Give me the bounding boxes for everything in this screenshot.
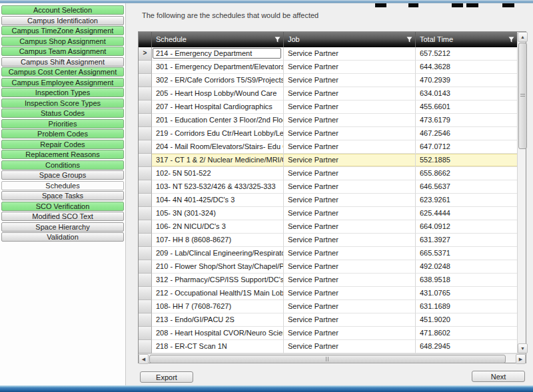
- table-row[interactable]: > 108- HH 7 (7608-7627) Service Partner …: [139, 300, 517, 313]
- sidebar-item-account-selection[interactable]: Account Selection: [1, 5, 124, 15]
- cell-job[interactable]: Service Partner: [284, 247, 416, 260]
- horizontal-scrollbar-thumb[interactable]: [149, 355, 506, 363]
- cell-schedule[interactable]: 209 - Lab/Clincal Engineering/Respirator…: [152, 247, 284, 260]
- sidebar-item-inspection-types[interactable]: Inspection Types: [1, 88, 124, 97]
- horizontal-scrollbar[interactable]: ◀ ▶: [139, 353, 526, 363]
- cell-schedule[interactable]: 219 - Corridors Edu Ctr/Heart Lobby/Lead: [152, 127, 284, 140]
- cell-total-time[interactable]: 665.5371: [416, 247, 517, 260]
- table-row[interactable]: > 312 - Pharmacy/CSP/ISS Support/DC's 4 …: [139, 274, 517, 287]
- cell-job[interactable]: Service Partner: [284, 74, 416, 87]
- cell-total-time[interactable]: 634.0143: [416, 87, 517, 100]
- column-header-total-time[interactable]: Total Time: [416, 32, 517, 47]
- table-row[interactable]: > 219 - Corridors Edu Ctr/Heart Lobby/Le…: [139, 127, 517, 140]
- cell-job[interactable]: Service Partner: [284, 220, 416, 234]
- row-selector[interactable]: >: [139, 287, 152, 300]
- sidebar-item-conditions[interactable]: Conditions: [1, 160, 124, 170]
- sidebar-item-campus-employee-assignment[interactable]: Campus Employee Assignment: [1, 78, 124, 87]
- row-selector[interactable]: >: [139, 260, 152, 274]
- cell-schedule[interactable]: 103- NT 523-532/426 & 433/325-333: [152, 180, 284, 194]
- cell-schedule[interactable]: 207 - Heart Hospital Cardiographics: [152, 100, 284, 114]
- row-selector[interactable]: >: [139, 220, 152, 234]
- filter-icon[interactable]: [274, 37, 280, 43]
- cell-schedule[interactable]: 105- 3N (301-324): [152, 207, 284, 220]
- cell-total-time[interactable]: 647.0712: [416, 140, 517, 154]
- sidebar-item-campus-team-assignment[interactable]: Campus Team Assignment: [1, 47, 124, 56]
- table-row[interactable]: > 213 - Endo/GI/PACU 2S Service Partner …: [139, 313, 517, 327]
- cell-job[interactable]: Service Partner: [284, 207, 416, 220]
- cell-job[interactable]: Service Partner: [284, 287, 416, 300]
- cell-total-time[interactable]: 455.6601: [416, 100, 517, 114]
- cell-schedule[interactable]: 208 - Heart Hospital CVOR/Neuro Science: [152, 327, 284, 340]
- sidebar-item-schedules[interactable]: Schedules: [1, 181, 124, 190]
- cell-schedule[interactable]: 317 - CT 1 & 2/ Nuclear Medicine/MRI/Cor…: [152, 154, 284, 167]
- row-selector[interactable]: >: [139, 74, 152, 87]
- sidebar-item-campus-shift-assignment[interactable]: Campus Shift Assignment: [1, 57, 124, 67]
- sidebar-item-campus-timezone-assignment[interactable]: Campus TimeZone Assignment: [1, 26, 124, 35]
- scroll-up-button[interactable]: ▲: [518, 32, 528, 42]
- cell-schedule[interactable]: 107- HH 8 (8608-8627): [152, 234, 284, 247]
- table-row[interactable]: > 302 - ER/Cafe Corridors T5/S9/Projects…: [139, 74, 517, 87]
- cell-total-time[interactable]: 655.8662: [416, 167, 517, 180]
- sidebar-item-campus-shop-assignment[interactable]: Campus Shop Assignment: [1, 37, 124, 46]
- table-row[interactable]: > 107- HH 8 (8608-8627) Service Partner …: [139, 234, 517, 247]
- cell-job[interactable]: Service Partner: [284, 154, 416, 167]
- row-selector[interactable]: >: [139, 87, 152, 100]
- export-button[interactable]: Export: [140, 371, 193, 383]
- cell-job[interactable]: Service Partner: [284, 167, 416, 180]
- cell-total-time[interactable]: 470.2939: [416, 74, 517, 87]
- row-selector[interactable]: >: [139, 114, 152, 127]
- table-row[interactable]: > 317 - CT 1 & 2/ Nuclear Medicine/MRI/C…: [139, 154, 517, 167]
- cell-total-time[interactable]: 492.0248: [416, 260, 517, 274]
- row-selector[interactable]: >: [139, 194, 152, 207]
- cell-schedule[interactable]: 214 - Emergency Department: [152, 47, 284, 61]
- sidebar-item-space-groups[interactable]: Space Groups: [1, 170, 124, 180]
- cell-total-time[interactable]: 623.9261: [416, 194, 517, 207]
- table-row[interactable]: > 204 - Mail Room/Elevators/Stairs- Edu …: [139, 140, 517, 154]
- cell-schedule[interactable]: 301 - Emergency Department/Elevators 10 …: [152, 61, 284, 74]
- cell-total-time[interactable]: 644.3628: [416, 61, 517, 74]
- row-selector[interactable]: >: [139, 340, 152, 353]
- table-row[interactable]: > 102- 5N 501-522 Service Partner 655.86…: [139, 167, 517, 180]
- cell-schedule[interactable]: 108- HH 7 (7608-7627): [152, 300, 284, 313]
- cell-schedule[interactable]: 312 - Pharmacy/CSP/ISS Support/DC's 4 (S…: [152, 274, 284, 287]
- cell-total-time[interactable]: 648.2945: [416, 340, 517, 353]
- cell-total-time[interactable]: 664.0912: [416, 220, 517, 234]
- cell-total-time[interactable]: 646.5637: [416, 180, 517, 194]
- cell-job[interactable]: Service Partner: [284, 61, 416, 74]
- filter-icon[interactable]: [508, 37, 514, 43]
- table-row[interactable]: > 104- 4N 401-425/DC's 3 Service Partner…: [139, 194, 517, 207]
- row-selector[interactable]: >: [139, 61, 152, 74]
- cell-job[interactable]: Service Partner: [284, 87, 416, 100]
- sidebar-item-inspection-score-types[interactable]: Inspection Score Types: [1, 98, 124, 108]
- scroll-down-button[interactable]: ▼: [518, 343, 528, 353]
- table-row[interactable]: > 205 - Heart Hosp Lobby/Wound Care Serv…: [139, 87, 517, 100]
- cell-job[interactable]: Service Partner: [284, 260, 416, 274]
- table-row[interactable]: > 209 - Lab/Clincal Engineering/Respirat…: [139, 247, 517, 260]
- cell-job[interactable]: Service Partner: [284, 300, 416, 313]
- sidebar-item-replacement-reasons[interactable]: Replacement Reasons: [1, 150, 124, 159]
- column-header-schedule[interactable]: Schedule: [152, 32, 284, 47]
- row-selector[interactable]: >: [139, 180, 152, 194]
- sidebar-item-sco-verification[interactable]: SCO Verification: [1, 202, 124, 211]
- column-header-job[interactable]: Job: [284, 32, 416, 47]
- sidebar-item-campus-cost-center-assignment[interactable]: Campus Cost Center Assignment: [1, 67, 124, 77]
- cell-total-time[interactable]: 631.3927: [416, 234, 517, 247]
- sidebar-item-modified-sco-text[interactable]: Modified SCO Text: [1, 212, 124, 221]
- cell-total-time[interactable]: 451.9020: [416, 313, 517, 327]
- table-row[interactable]: > 207 - Heart Hospital Cardiographics Se…: [139, 100, 517, 114]
- row-selector[interactable]: >: [139, 154, 152, 167]
- next-button[interactable]: Next: [472, 371, 525, 382]
- table-corner-cell[interactable]: [139, 32, 152, 47]
- table-row[interactable]: > 106- 2N NICU/DC's 3 Service Partner 66…: [139, 220, 517, 234]
- cell-total-time[interactable]: 431.0765: [416, 287, 517, 300]
- table-row[interactable]: > 212 - Occupational Health/1S Main Lobb…: [139, 287, 517, 300]
- cell-schedule[interactable]: 106- 2N NICU/DC's 3: [152, 220, 284, 234]
- row-selector[interactable]: >: [139, 127, 152, 140]
- sidebar-item-space-hierarchy[interactable]: Space Hierarchy: [1, 222, 124, 232]
- cell-job[interactable]: Service Partner: [284, 100, 416, 114]
- cell-schedule[interactable]: 210 - Flower Shop/Short Stay/Chapel/Phar…: [152, 260, 284, 274]
- cell-schedule[interactable]: 218 - ER-CT Scan 1N: [152, 340, 284, 353]
- row-selector[interactable]: >: [139, 140, 152, 154]
- table-row[interactable]: > 301 - Emergency Department/Elevators 1…: [139, 61, 517, 74]
- table-row[interactable]: > 208 - Heart Hospital CVOR/Neuro Scienc…: [139, 327, 517, 340]
